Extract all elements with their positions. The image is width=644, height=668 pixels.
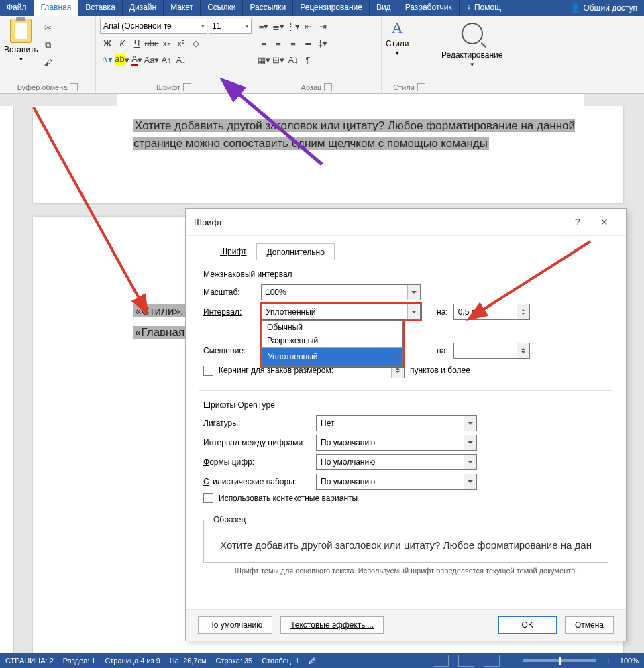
dialog-title: Шрифт [194, 217, 564, 227]
font-group-label: Шрифт [156, 83, 180, 91]
view-read-button[interactable] [433, 655, 449, 667]
view-web-button[interactable] [484, 655, 500, 667]
group-paragraph: ≡▾ ≣▾ ⋮▾ ⇤ ⇥ ≡ ≡ ≡ ≣ ‡▾ ▦▾ ⊞▾ A↓ ¶ Абзац [252, 16, 382, 93]
ligatures-select[interactable]: Нет [316, 415, 477, 431]
italic-button[interactable]: К [115, 36, 129, 50]
font-launcher-icon[interactable] [183, 83, 191, 91]
superscript-button[interactable]: x² [174, 36, 189, 50]
share-button[interactable]: 👤Общий доступ [564, 0, 644, 16]
tab-review[interactable]: Рецензирование [293, 0, 370, 16]
dialog-tab-font[interactable]: Шрифт [210, 243, 256, 260]
status-lang-icon[interactable]: 🖉 [309, 657, 316, 665]
digit-interval-select[interactable]: По умолчанию [316, 435, 477, 451]
zoom-slider[interactable] [523, 659, 596, 662]
tab-view[interactable]: Вид [370, 0, 398, 16]
ribbon: Вставить ▼ ✂ ⧉ 🖌 Буфер обмена Arial (Осн… [0, 16, 644, 94]
zoom-value[interactable]: 100% [620, 657, 639, 665]
view-print-button[interactable] [458, 655, 474, 667]
scale-label: Масштаб: [203, 288, 256, 297]
font-color-button[interactable]: A▾ [129, 52, 144, 67]
zoom-out-button[interactable]: − [509, 657, 513, 665]
interval-select[interactable]: Уплотненный [261, 304, 421, 320]
sort-button[interactable]: A↓ [286, 52, 301, 67]
scale-select[interactable]: 100% [261, 284, 421, 300]
opentype-section: Шрифты OpenType Лигатуры:Нет Интервал ме… [203, 400, 608, 503]
tab-insert[interactable]: Вставка [78, 0, 123, 16]
horizontal-ruler[interactable] [0, 94, 644, 107]
contextual-checkbox[interactable] [203, 493, 213, 503]
highlight-button[interactable]: ab▾ [115, 52, 129, 67]
tab-layout[interactable]: Макет [164, 0, 201, 16]
tab-help[interactable]: ♀ Помощ [460, 0, 508, 16]
ok-button[interactable]: OK [498, 616, 557, 634]
tab-developer[interactable]: Разработчик [398, 0, 460, 16]
status-page[interactable]: СТРАНИЦА: 2 [5, 657, 54, 665]
strike-button[interactable]: abc [144, 36, 159, 50]
stylistic-label: Стилистические наборы: [203, 477, 311, 486]
editing-button[interactable]: Редактирование▼ [441, 19, 502, 68]
clipboard-group-label: Буфер обмена [17, 83, 68, 91]
borders-button[interactable]: ⊞▾ [271, 52, 286, 67]
line-spacing-button[interactable]: ‡▾ [315, 36, 330, 50]
offset-value-spin[interactable] [453, 343, 530, 359]
status-at[interactable]: На: 26,7см [170, 657, 207, 665]
tab-file[interactable]: Файл [0, 0, 34, 16]
bullets-button[interactable]: ≡▾ [256, 19, 271, 34]
dialog-titlebar[interactable]: Шрифт ? ✕ [186, 209, 626, 236]
inc-indent-button[interactable]: ⇥ [315, 19, 330, 34]
align-left-button[interactable]: ≡ [256, 36, 271, 50]
dialog-tab-advanced[interactable]: Дополнительно [256, 243, 334, 260]
tab-home[interactable]: Главная [34, 0, 79, 16]
interval-option-expanded[interactable]: Разреженный [262, 334, 402, 347]
paragraph-launcher-icon[interactable] [324, 83, 332, 91]
text-effects-button[interactable]: A▾ [100, 52, 115, 67]
clear-format-button[interactable]: ◇ [189, 36, 203, 50]
interval-option-condensed[interactable]: Уплотненный [262, 347, 402, 366]
set-default-button[interactable]: По умолчанию [198, 616, 272, 634]
selected-text-1[interactable]: Хотите добавить другой заголовок или цит… [133, 119, 575, 150]
grow-font-button[interactable]: A↑ [159, 52, 174, 67]
format-painter-button[interactable]: 🖌 [41, 55, 56, 70]
interval-value-spin[interactable]: 0,5 пт [453, 304, 530, 320]
shrink-font-button[interactable]: A↓ [174, 52, 189, 67]
copy-button[interactable]: ⧉ [41, 38, 56, 52]
status-column[interactable]: Столбец: 1 [262, 657, 299, 665]
multilevel-button[interactable]: ⋮▾ [286, 19, 301, 34]
tab-design[interactable]: Дизайн [123, 0, 164, 16]
align-center-button[interactable]: ≡ [271, 36, 286, 50]
change-case-button[interactable]: Aa▾ [144, 52, 159, 67]
tab-mailings[interactable]: Рассылки [243, 0, 293, 16]
status-page-of[interactable]: Страница 4 из 9 [105, 657, 160, 665]
vertical-ruler[interactable] [0, 106, 14, 653]
underline-button[interactable]: Ч [129, 36, 144, 50]
text-effects-button[interactable]: Текстовые эффекты... [280, 616, 384, 634]
sample-preview: Хотите добавить другой заголовок или цит… [211, 531, 601, 558]
clipboard-launcher-icon[interactable] [70, 83, 78, 91]
font-size-select[interactable]: 11 [209, 19, 252, 34]
digit-form-select[interactable]: По умолчанию [316, 454, 477, 470]
subscript-button[interactable]: x₂ [159, 36, 174, 50]
font-name-select[interactable]: Arial (Основной те [100, 19, 207, 34]
interval-option-normal[interactable]: Обычный [262, 321, 402, 334]
help-button[interactable]: ? [564, 217, 591, 227]
show-marks-button[interactable]: ¶ [301, 52, 315, 67]
close-button[interactable]: ✕ [591, 217, 618, 227]
kerning-checkbox[interactable] [203, 366, 213, 376]
cancel-button[interactable]: Отмена [565, 616, 614, 634]
tab-references[interactable]: Ссылки [201, 0, 243, 16]
zoom-in-button[interactable]: + [606, 657, 610, 665]
cut-button[interactable]: ✂ [41, 20, 56, 35]
paste-label: Вставить [4, 45, 38, 54]
styles-button[interactable]: AСтили▼ [386, 19, 409, 56]
align-right-button[interactable]: ≡ [286, 36, 301, 50]
styles-launcher-icon[interactable] [417, 83, 425, 91]
shading-button[interactable]: ▦▾ [256, 52, 271, 67]
justify-button[interactable]: ≣ [301, 36, 315, 50]
bold-button[interactable]: Ж [100, 36, 115, 50]
numbering-button[interactable]: ≣▾ [271, 19, 286, 34]
dec-indent-button[interactable]: ⇤ [301, 19, 315, 34]
paste-button[interactable]: Вставить ▼ [4, 19, 38, 62]
status-section[interactable]: Раздел: 1 [63, 657, 96, 665]
stylistic-select[interactable]: По умолчанию [316, 474, 477, 490]
status-line[interactable]: Строка: 35 [216, 657, 253, 665]
